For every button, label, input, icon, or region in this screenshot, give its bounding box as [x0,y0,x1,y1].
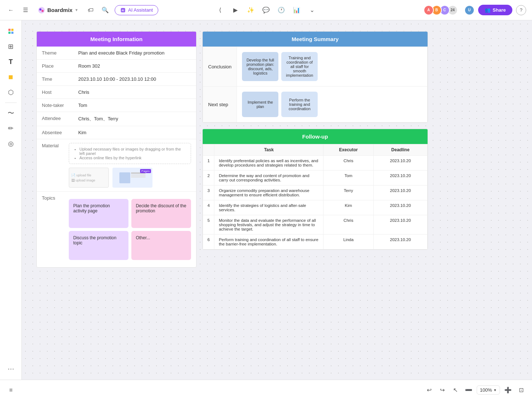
summary-row: Next stepImplement the planPerform the t… [203,87,428,123]
sidebar-shape-icon[interactable]: ⬡ [4,86,17,99]
followup-table: TaskExecutorDeadline1Identify preferenti… [203,144,428,249]
share-button[interactable]: 👥 Share [478,5,512,15]
info-table: ThemePlan and execute Black Friday promo… [37,47,196,139]
followup-col-1: Task [214,144,323,156]
topic-card: Plan the promotion activity page [69,199,128,228]
followup-cell-deadline: 2023.10.20 [373,185,427,200]
tag-icon[interactable]: 🏷 [86,5,96,15]
summary-section-label: Next step [203,87,237,123]
info-label: Theme [37,47,73,60]
ai-assistant-button[interactable]: AI AI Assistant [115,5,158,15]
followup-cell-executor: Linda [323,235,373,249]
followup-cell-executor: Chris [323,156,373,171]
followup-cell-deadline: 2023.10.20 [373,215,427,235]
content-wrapper: Meeting Information ThemePlan and execut… [36,31,428,268]
svg-point-1 [39,8,41,11]
followup-data-row: 4Identify the strategies of logistics an… [203,200,428,215]
info-value: Room 302 [73,60,196,73]
followup-title: Follow-up [302,133,328,140]
sidebar-sticky-icon[interactable]: ■ [4,71,17,84]
followup-cell-executor: Tom [323,171,373,185]
material-section: Material Upload necessary files or image… [37,139,196,267]
bottom-left-group: ≡ [6,385,16,395]
canvas-area[interactable]: Meeting Information ThemePlan and execut… [22,20,532,380]
followup-panel: Follow-up TaskExecutorDeadline1Identify … [202,129,428,250]
svg-rect-8 [11,32,13,34]
upload-instruction-1: Upload necessary files or images by drag… [79,147,186,156]
upload-instruction-2: Access online files by the hyperlink [79,156,186,160]
toolbar-center: ⟨ ▶ ✨ 💬 🕐 📊 ⌄ [215,5,317,15]
sidebar-home-icon[interactable] [4,25,17,38]
search-icon[interactable]: 🔍 [100,5,110,15]
more-toolbar-icon[interactable]: ⌄ [307,5,317,15]
followup-col-2: Executor [323,144,373,156]
sidebar-frame-icon[interactable]: ⊞ [4,40,17,53]
sparkle-icon[interactable]: ✨ [246,5,256,15]
zoom-out-icon[interactable]: ➖ [464,385,474,395]
zoom-in-icon[interactable]: ➕ [503,385,513,395]
current-user-avatar[interactable]: U [464,5,475,15]
fit-view-icon[interactable]: ⊡ [516,385,526,395]
redo-icon[interactable]: ↪ [437,385,448,395]
bottom-toolbar: ≡ ↩ ↪ ↖ ➖ 100% ▼ ➕ ⊡ [0,380,532,400]
file-label-1: 📄 upload file [71,173,91,177]
toolbar-left: ← ☰ Boardmix ▼ 🏷 🔍 AI AI Assistant [6,5,158,15]
followup-cell-task: Identify preferential policies as well a… [214,156,323,171]
help-button[interactable]: ? [516,5,526,15]
info-label: Attendee [37,112,73,126]
topics-row: Topics Plan the promotion activity pageD… [37,192,196,268]
svg-rect-5 [8,29,11,31]
sidebar-pen-icon[interactable]: 〜 [4,107,17,120]
brand-dropdown-icon[interactable]: ▼ [75,8,78,12]
material-content: Upload necessary files or images by drag… [64,139,196,192]
info-value: Plan and execute Black Friday promotion [73,47,196,60]
layers-icon[interactable]: ≡ [6,385,16,395]
followup-cell-executor: Terry [323,185,373,200]
play-prev-icon[interactable]: ⟨ [215,5,225,15]
info-row: PlaceRoom 302 [37,60,196,73]
followup-header: Follow-up [203,129,428,144]
menu-icon[interactable]: ☰ [20,5,31,15]
chart-icon[interactable]: 📊 [291,5,302,15]
info-label: Note-taker [37,99,73,112]
followup-col-3: Deadline [373,144,427,156]
sidebar-draw-icon[interactable]: ✏ [4,122,17,135]
info-value: Chris、Tom、Terry [73,112,196,126]
sidebar-text-icon[interactable]: T [4,55,17,68]
summary-card: Perform the training and coordination [281,92,318,117]
brand-logo[interactable]: Boardmix ▼ [35,5,81,15]
bottom-right-group: ↩ ↪ ↖ ➖ 100% ▼ ➕ ⊡ [424,385,526,395]
undo-icon[interactable]: ↩ [424,385,434,395]
topics-content: Plan the promotion activity pageDecide t… [64,192,196,268]
followup-col-0 [203,144,214,156]
ai-assistant-label: AI Assistant [128,7,153,13]
material-label: Material [37,139,64,192]
info-row: Note-takerTom [37,99,196,112]
meeting-info-panel: Meeting Information ThemePlan and execut… [36,31,196,268]
sidebar-more-icon[interactable]: ⋯ [4,362,17,375]
followup-data-row: 3Organize commodity preparation and ware… [203,185,428,200]
upload-box[interactable]: Upload necessary files or images by drag… [69,143,191,164]
cursor-icon[interactable]: ↖ [450,385,461,395]
zoom-dropdown-icon: ▼ [493,388,497,392]
followup-cell-executor: Kim [323,200,373,215]
sidebar-divider [5,103,17,103]
summary-cards: Implement the planPerform the training a… [242,92,422,117]
boardmix-logo-icon [38,7,45,14]
zoom-control[interactable]: 100% ▼ [477,385,500,395]
info-label: Absentee [37,126,73,139]
meeting-summary-title: Meeting Summary [291,36,338,42]
followup-cell-deadline: 2023.10.20 [373,156,427,171]
sidebar-erase-icon[interactable]: ◎ [4,137,17,150]
back-button[interactable]: ← [6,5,16,15]
followup-cell-task: Determine the way and content of promoti… [214,171,323,185]
followup-cell-num: 3 [203,185,214,200]
meeting-summary-panel: Meeting Summary ConclusionDevelop the fu… [202,31,428,123]
chat-icon[interactable]: 💬 [261,5,271,15]
play-icon[interactable]: ▶ [230,5,241,15]
summary-cards-cell: Develop the full promotion plan: discoun… [237,47,428,87]
left-sidebar: ⊞ T ■ ⬡ 〜 ✏ ◎ ⋯ [0,20,22,380]
info-row: HostChris [37,86,196,99]
summary-row: ConclusionDevelop the full promotion pla… [203,47,428,87]
history-icon[interactable]: 🕐 [276,5,286,15]
